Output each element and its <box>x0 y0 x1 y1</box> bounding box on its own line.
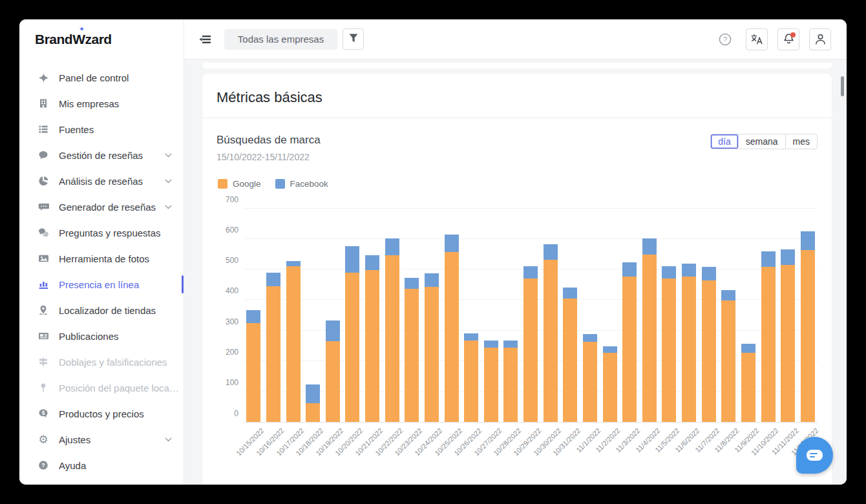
sidebar-item-presencia-en-linea[interactable]: Presencia en línea <box>19 271 184 297</box>
bar-segment-facebook[interactable] <box>523 266 538 279</box>
bar-segment-google[interactable] <box>781 265 795 422</box>
bar-segment-facebook[interactable] <box>741 344 755 353</box>
bar-segment-google[interactable] <box>523 278 538 422</box>
bar-segment-google[interactable] <box>425 287 439 422</box>
bar-segment-facebook[interactable] <box>365 255 379 271</box>
stacked-bar-11/8/2022[interactable] <box>721 290 735 422</box>
bar-segment-facebook[interactable] <box>405 278 419 289</box>
bar-segment-google[interactable] <box>385 255 399 422</box>
bar-segment-facebook[interactable] <box>603 346 617 352</box>
stacked-bar-11/7/2022[interactable] <box>702 267 716 422</box>
sidebar-item-fuentes[interactable]: Fuentes <box>19 116 184 142</box>
bar-segment-google[interactable] <box>662 278 676 422</box>
stacked-bar-10/23/2022[interactable] <box>405 278 419 422</box>
stacked-bar-10/16/2022[interactable] <box>266 273 280 422</box>
period-option-día[interactable]: día <box>711 134 738 149</box>
stacked-bar-10/18/2022[interactable] <box>306 384 320 422</box>
bar-segment-facebook[interactable] <box>702 267 716 280</box>
stacked-bar-11/5/2022[interactable] <box>662 266 676 422</box>
stacked-bar-11/12/2022[interactable] <box>801 231 815 422</box>
stacked-bar-11/4/2022[interactable] <box>642 238 657 422</box>
legend-item-facebook[interactable]: Facebook <box>275 179 328 189</box>
help-button[interactable]: ? <box>714 28 736 50</box>
stacked-bar-10/24/2022[interactable] <box>425 273 439 422</box>
bar-segment-facebook[interactable] <box>801 231 815 249</box>
stacked-bar-11/11/2022[interactable] <box>781 249 795 422</box>
bar-segment-google[interactable] <box>544 260 558 422</box>
notifications-button[interactable] <box>777 28 799 50</box>
stacked-bar-10/26/2022[interactable] <box>464 333 478 422</box>
sidebar-item-preguntas-y-respuestas[interactable]: Preguntas y respuestas <box>19 220 184 246</box>
bar-segment-facebook[interactable] <box>662 266 676 279</box>
company-selector[interactable]: Todas las empresas <box>224 29 337 50</box>
bar-segment-google[interactable] <box>702 280 716 422</box>
bar-segment-google[interactable] <box>484 348 498 423</box>
bar-segment-facebook[interactable] <box>544 244 558 260</box>
sidebar-item-analisis-de-resenas[interactable]: Análisis de reseñas <box>19 168 184 194</box>
stacked-bar-10/21/2022[interactable] <box>365 255 379 422</box>
bar-segment-google[interactable] <box>286 266 301 422</box>
bar-segment-facebook[interactable] <box>286 261 301 266</box>
language-button[interactable] <box>746 28 768 50</box>
sidebar-item-gestion-de-resenas[interactable]: Gestión de reseñas <box>19 142 184 168</box>
bar-segment-facebook[interactable] <box>563 288 577 299</box>
stacked-bar-10/19/2022[interactable] <box>326 320 340 422</box>
bar-segment-facebook[interactable] <box>246 310 260 323</box>
bar-segment-google[interactable] <box>642 255 657 422</box>
sidebar-item-generador-de-resenas[interactable]: Generador de reseñas <box>19 194 184 220</box>
stacked-bar-11/3/2022[interactable] <box>622 262 637 422</box>
bar-segment-google[interactable] <box>405 289 419 422</box>
bar-segment-google[interactable] <box>266 286 280 422</box>
bar-segment-google[interactable] <box>622 277 637 422</box>
chat-widget-button[interactable] <box>796 437 833 474</box>
stacked-bar-10/17/2022[interactable] <box>286 261 301 422</box>
stacked-bar-11/2/2022[interactable] <box>603 346 617 422</box>
legend-item-google[interactable]: Google <box>218 179 261 189</box>
period-option-mes[interactable]: mes <box>786 134 817 149</box>
bar-segment-facebook[interactable] <box>385 238 399 255</box>
bar-segment-google[interactable] <box>741 353 755 422</box>
sidebar-item-mis-empresas[interactable]: Mis empresas <box>19 90 184 116</box>
filter-button[interactable] <box>343 28 364 50</box>
vertical-scrollbar[interactable] <box>841 76 844 96</box>
stacked-bar-11/6/2022[interactable] <box>682 264 696 422</box>
bar-segment-google[interactable] <box>464 341 478 422</box>
bar-segment-google[interactable] <box>603 353 617 422</box>
bar-segment-google[interactable] <box>306 403 320 422</box>
bar-segment-facebook[interactable] <box>266 273 280 287</box>
stacked-bar-10/27/2022[interactable] <box>484 341 498 422</box>
stacked-bar-10/29/2022[interactable] <box>523 266 538 422</box>
collapse-sidebar-icon[interactable] <box>198 32 213 47</box>
bar-segment-google[interactable] <box>365 270 379 422</box>
bar-segment-facebook[interactable] <box>721 290 735 301</box>
bar-segment-google[interactable] <box>682 277 696 422</box>
bar-segment-facebook[interactable] <box>682 264 696 277</box>
stacked-bar-10/15/2022[interactable] <box>246 310 260 422</box>
bar-segment-google[interactable] <box>583 342 597 422</box>
bar-segment-google[interactable] <box>326 341 340 422</box>
stacked-bar-10/20/2022[interactable] <box>345 246 359 422</box>
period-option-semana[interactable]: semana <box>739 134 786 149</box>
stacked-bar-11/9/2022[interactable] <box>741 344 755 422</box>
stacked-bar-10/31/2022[interactable] <box>563 288 577 422</box>
bar-segment-google[interactable] <box>345 273 359 422</box>
bar-segment-facebook[interactable] <box>464 333 478 340</box>
sidebar-item-ayuda[interactable]: ?Ayuda <box>19 452 184 478</box>
bar-segment-facebook[interactable] <box>345 246 359 273</box>
stacked-bar-10/28/2022[interactable] <box>503 341 518 422</box>
bar-segment-facebook[interactable] <box>622 262 637 277</box>
sidebar-item-panel-de-control[interactable]: Panel de control <box>19 65 184 90</box>
sidebar-item-productos-y-precios[interactable]: $Productos y precios <box>19 401 184 426</box>
bar-segment-google[interactable] <box>563 299 577 422</box>
bar-segment-facebook[interactable] <box>781 249 795 266</box>
bar-segment-facebook[interactable] <box>306 384 320 403</box>
stacked-bar-10/30/2022[interactable] <box>544 244 558 422</box>
bar-segment-google[interactable] <box>761 267 776 422</box>
bar-segment-facebook[interactable] <box>503 341 518 348</box>
bar-segment-facebook[interactable] <box>484 341 498 348</box>
sidebar-item-publicaciones[interactable]: Publicaciones <box>19 323 184 349</box>
stacked-bar-10/22/2022[interactable] <box>385 238 399 422</box>
bar-segment-facebook[interactable] <box>445 235 459 252</box>
bar-segment-facebook[interactable] <box>761 251 776 267</box>
bar-segment-google[interactable] <box>246 323 260 422</box>
